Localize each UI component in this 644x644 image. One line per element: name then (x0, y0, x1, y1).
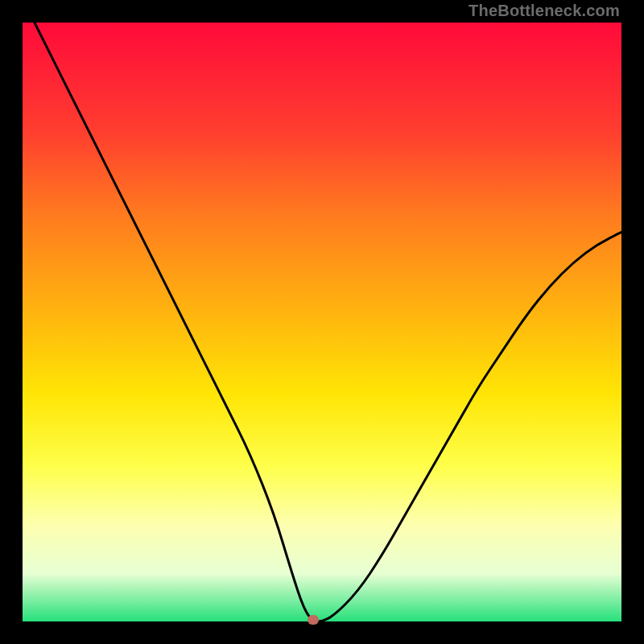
watermark-label: TheBottleneck.com (469, 2, 620, 20)
curve-svg (23, 23, 621, 621)
plot-area (23, 23, 621, 621)
chart-frame: TheBottleneck.com (0, 0, 644, 644)
minimum-marker (308, 615, 319, 625)
bottleneck-curve (35, 23, 621, 621)
